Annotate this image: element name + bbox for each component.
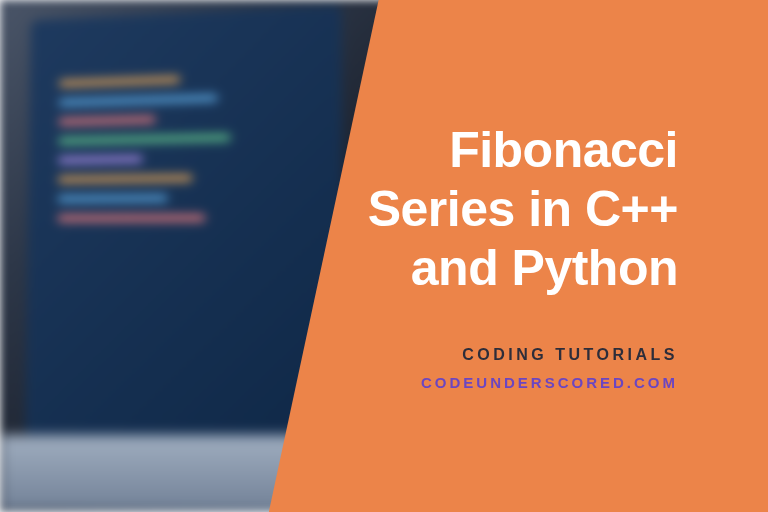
- category-label: CODING TUTORIALS: [462, 346, 678, 364]
- article-title: Fibonacci Series in C++ and Python: [347, 121, 678, 298]
- banner-container: Fibonacci Series in C++ and Python CODIN…: [0, 0, 768, 512]
- site-url: CODEUNDERSCORED.COM: [421, 374, 678, 391]
- code-decoration: [58, 72, 309, 235]
- text-content: Fibonacci Series in C++ and Python CODIN…: [307, 0, 768, 512]
